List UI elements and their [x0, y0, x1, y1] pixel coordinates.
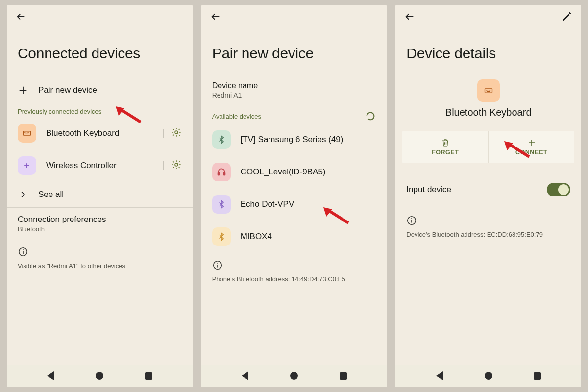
connection-preferences-label: Connection preferences: [18, 215, 182, 224]
previously-connected-label: Previously connected devices: [7, 103, 193, 117]
svg-rect-20: [487, 90, 488, 90]
connection-preferences-row[interactable]: Connection preferences Bluetooth: [7, 208, 193, 240]
nav-recent-button[interactable]: [338, 370, 348, 381]
back-icon[interactable]: [404, 11, 415, 24]
svg-rect-22: [490, 90, 490, 90]
bluetooth-icon: [212, 130, 231, 149]
info-icon-row: [7, 240, 193, 260]
prev-device-label: Bluetooth Keyboard: [46, 128, 153, 138]
page-title: Pair new device: [201, 30, 387, 77]
available-devices-header: Available devices: [201, 106, 387, 123]
available-device-label: Echo Dot-VPV: [241, 199, 376, 209]
back-icon[interactable]: [210, 11, 221, 24]
back-icon[interactable]: [16, 11, 26, 24]
svg-point-17: [217, 263, 218, 264]
screen-pair-new-device: Pair new device Device name Redmi A1 Ava…: [201, 5, 387, 387]
svg-point-6: [175, 131, 178, 134]
headset-icon: [212, 163, 231, 181]
svg-rect-18: [485, 89, 492, 93]
available-device-label: [TV] Samsung 6 Series (49): [241, 135, 376, 145]
device-settings-button[interactable]: [163, 159, 182, 172]
device-name-value: Redmi A1: [212, 91, 376, 99]
info-icon: [406, 215, 417, 226]
see-all-label: See all: [38, 190, 182, 199]
available-device-row[interactable]: [TV] Samsung 6 Series (49): [201, 123, 387, 156]
nav-home-button[interactable]: [94, 370, 105, 381]
bt-address-text: Phone's Bluetooth address: 14:49:D4:73:C…: [201, 273, 387, 290]
svg-rect-8: [24, 165, 29, 166]
pair-new-device-row[interactable]: Pair new device: [7, 77, 193, 103]
nav-back-button[interactable]: [240, 370, 250, 381]
info-icon-row: [201, 253, 387, 273]
bt-address-text: Device's Bluetooth address: EC:DD:68:95:…: [395, 229, 581, 245]
available-device-row[interactable]: MIBOX4: [201, 220, 387, 253]
page-title: Device details: [395, 30, 581, 77]
input-device-toggle[interactable]: [547, 183, 570, 196]
action-strip: FORGET CONNECT: [402, 131, 574, 163]
prev-device-label: Wireless Controller: [46, 161, 153, 171]
svg-rect-21: [489, 90, 490, 90]
nav-home-button[interactable]: [483, 370, 494, 381]
available-devices-label: Available devices: [212, 113, 366, 120]
plus-icon: [18, 85, 28, 96]
device-name-label: Device name: [212, 81, 376, 90]
svg-point-12: [23, 249, 24, 250]
connection-preferences-sub: Bluetooth: [18, 225, 182, 233]
chevron-right-icon: [18, 189, 28, 200]
keyboard-icon: [18, 124, 36, 143]
connect-label: CONNECT: [515, 149, 547, 156]
page-title: Connected devices: [7, 30, 193, 77]
svg-rect-19: [486, 90, 487, 90]
available-device-label: MIBOX4: [241, 232, 376, 242]
info-icon: [212, 260, 223, 270]
nav-back-button[interactable]: [434, 370, 445, 381]
available-device-row[interactable]: COOL_Level(ID-9BA5): [201, 156, 387, 188]
svg-rect-3: [27, 132, 28, 133]
prev-device-row[interactable]: Wireless Controller: [7, 149, 193, 182]
screen-connected-devices: Connected devices Pair new device Previo…: [7, 5, 193, 387]
system-nav-bar: [201, 365, 387, 387]
forget-button[interactable]: FORGET: [402, 131, 488, 163]
edit-icon[interactable]: [562, 11, 572, 24]
prev-device-row[interactable]: Bluetooth Keyboard: [7, 117, 193, 149]
svg-rect-5: [25, 134, 29, 134]
device-name-row[interactable]: Device name Redmi A1: [201, 77, 387, 106]
system-nav-bar: [395, 365, 581, 387]
see-all-row[interactable]: See all: [7, 182, 193, 207]
input-device-row[interactable]: Input device: [395, 176, 581, 203]
svg-point-9: [175, 163, 178, 166]
top-bar: [7, 5, 193, 30]
svg-rect-2: [26, 132, 27, 133]
svg-rect-13: [218, 172, 219, 175]
nav-recent-button[interactable]: [532, 370, 543, 381]
svg-rect-14: [223, 172, 225, 175]
bluetooth-icon: [212, 227, 231, 246]
available-device-label: COOL_Level(ID-9BA5): [241, 167, 376, 177]
svg-rect-23: [487, 91, 490, 92]
device-hero: Bluetooth Keyboard: [395, 77, 581, 123]
available-device-row[interactable]: Echo Dot-VPV: [201, 188, 387, 220]
info-icon: [18, 246, 28, 257]
gamepad-icon: [18, 156, 36, 175]
pair-new-device-label: Pair new device: [38, 85, 182, 95]
svg-rect-4: [28, 132, 29, 133]
connect-button[interactable]: CONNECT: [488, 131, 574, 163]
visibility-info-text: Visible as "Redmi A1" to other devices: [7, 260, 193, 276]
input-device-label: Input device: [406, 185, 547, 195]
top-bar: [201, 5, 387, 30]
bluetooth-icon: [212, 195, 231, 214]
system-nav-bar: [7, 365, 193, 387]
forget-label: FORGET: [432, 149, 459, 156]
nav-back-button[interactable]: [45, 370, 56, 381]
keyboard-icon: [477, 79, 500, 102]
device-name: Bluetooth Keyboard: [445, 107, 532, 118]
top-bar: [395, 5, 581, 30]
device-settings-button[interactable]: [163, 127, 182, 140]
refresh-icon[interactable]: [365, 111, 376, 122]
screen-device-details: Device details Bluetooth Keyboard FORGET…: [395, 5, 581, 387]
nav-home-button[interactable]: [289, 370, 299, 381]
svg-rect-1: [24, 132, 25, 133]
nav-recent-button[interactable]: [143, 370, 154, 381]
svg-rect-0: [24, 131, 31, 135]
info-icon-row: [395, 203, 581, 229]
